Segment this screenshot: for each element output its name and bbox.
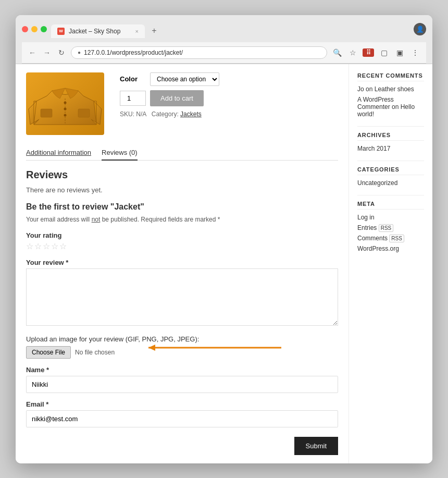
add-to-cart-button[interactable]: Add to cart <box>150 90 204 106</box>
back-button[interactable]: ← <box>27 47 38 58</box>
quantity-input[interactable] <box>120 91 146 106</box>
product-tabs: Additional information Reviews (0) <box>26 145 338 161</box>
sidebar-meta: META Log in Entries RSS Comments RSS Wor… <box>357 201 424 252</box>
tab-close-button[interactable]: × <box>135 28 139 34</box>
comment-2-link[interactable]: A WordPress Commenter <box>357 96 394 111</box>
svg-rect-2 <box>78 109 90 117</box>
category-label: Category: <box>152 111 179 118</box>
review-textarea[interactable] <box>26 268 338 326</box>
comment-1-link[interactable]: Jo <box>357 85 364 93</box>
sidebar-recent-comments: RECENT COMMENTS Jo on Leather shoes A Wo… <box>357 72 424 118</box>
sidebar-archives: ARCHIVES March 2017 <box>357 132 424 152</box>
color-select[interactable]: Choose an option <box>150 72 219 86</box>
divider-2 <box>357 161 424 161</box>
name-input[interactable] <box>26 376 338 393</box>
category-item-1: Uncategorized <box>357 179 424 187</box>
review-text-group: Your review * <box>26 259 338 328</box>
no-reviews-text: There are no reviews yet. <box>26 186 338 194</box>
sku-label: SKU: <box>120 111 134 118</box>
tab-title: Jacket – Sky Shop <box>69 28 120 35</box>
meta-login-link[interactable]: Log in <box>357 214 375 221</box>
upload-label: Upload an image for your review (GIF, PN… <box>26 335 338 343</box>
tab-additional-info[interactable]: Additional information <box>26 145 91 161</box>
lock-icon: ● <box>78 50 81 55</box>
browser-tab[interactable]: W Jacket – Sky Shop × <box>51 24 145 38</box>
bookmark-button[interactable]: ☆ <box>347 47 358 58</box>
profile-icon: 👤 <box>416 26 424 33</box>
screenshots-button[interactable]: ▣ <box>394 47 405 58</box>
svg-point-5 <box>64 114 67 116</box>
forward-button[interactable]: → <box>42 47 52 58</box>
rating-group: Your rating ☆ ☆ ☆ ☆ ☆ <box>26 231 338 251</box>
meta-wordpress-org: WordPress.org <box>357 245 424 252</box>
meta-title: META <box>357 201 424 210</box>
sidebar-categories: CATEGORIES Uncategorized <box>357 166 424 187</box>
archives-title: ARCHIVES <box>357 132 424 141</box>
comment-1-post[interactable]: Leather shoes <box>375 85 414 93</box>
categories-title: CATEGORIES <box>357 166 424 175</box>
reload-button[interactable]: ↻ <box>56 47 67 58</box>
reviews-section: Reviews There are no reviews yet. Be the… <box>26 169 338 455</box>
meta-wordpress-org-link[interactable]: WordPress.org <box>357 245 399 252</box>
extensions-button[interactable]: ⠿ <box>363 48 374 57</box>
profile-button[interactable]: 👤 <box>414 23 426 35</box>
archive-item-1: March 2017 <box>357 145 424 152</box>
star-rating[interactable]: ☆ ☆ ☆ ☆ ☆ <box>26 241 338 251</box>
email-label: Email * <box>26 400 338 408</box>
name-label: Name * <box>26 366 338 374</box>
archive-link-1[interactable]: March 2017 <box>357 145 390 152</box>
star-5[interactable]: ☆ <box>59 241 67 251</box>
review-invite-title: Be the first to review "Jacket" <box>26 202 338 212</box>
category-link-1[interactable]: Uncategorized <box>357 179 397 187</box>
svg-rect-1 <box>41 109 52 117</box>
tab-reviews[interactable]: Reviews (0) <box>102 145 138 161</box>
meta-entries-rss-link[interactable]: Entries RSS <box>357 224 393 231</box>
review-note: Your email address will not be published… <box>26 216 338 223</box>
meta-entries-rss: Entries RSS <box>357 224 424 231</box>
maximize-window-button[interactable] <box>41 26 47 32</box>
email-group: Email * <box>26 400 338 427</box>
star-2[interactable]: ☆ <box>34 241 42 251</box>
sidebar-comment-2: A WordPress Commenter on Hello world! <box>357 96 424 118</box>
choose-file-button[interactable]: Choose File <box>26 346 71 359</box>
sidebar: RECENT COMMENTS Jo on Leather shoes A Wo… <box>349 64 432 463</box>
meta-login: Log in <box>357 214 424 221</box>
star-4[interactable]: ☆ <box>51 241 58 251</box>
name-group: Name * <box>26 366 338 393</box>
tab-favicon: W <box>57 28 65 35</box>
url-text: 127.0.0.1/wordpress/product/jacket/ <box>84 49 183 56</box>
email-input[interactable] <box>26 410 338 427</box>
submit-button[interactable]: Submit <box>294 437 338 455</box>
product-image-container <box>26 72 109 135</box>
category-link[interactable]: Jackets <box>180 111 202 118</box>
divider-1 <box>357 126 424 127</box>
tab-groups-button[interactable]: ▢ <box>378 47 390 58</box>
address-bar[interactable]: ● 127.0.0.1/wordpress/product/jacket/ <box>71 46 327 59</box>
product-meta: SKU: N/A Category: Jackets <box>120 111 219 118</box>
meta-comments-rss: Comments RSS <box>357 235 424 242</box>
upload-row: Choose File No file chosen <box>26 346 338 359</box>
color-label: Color <box>120 75 146 83</box>
upload-section: Upload an image for your review (GIF, PN… <box>26 335 338 359</box>
svg-point-4 <box>64 107 67 110</box>
svg-point-3 <box>64 101 67 104</box>
sidebar-comment-1: Jo on Leather shoes <box>357 85 424 93</box>
product-image <box>26 72 104 135</box>
close-window-button[interactable] <box>22 26 28 32</box>
no-file-text: No file chosen <box>75 349 115 356</box>
sku-value: N/A <box>136 111 146 118</box>
divider-3 <box>357 195 424 195</box>
minimize-window-button[interactable] <box>31 26 38 32</box>
star-1[interactable]: ☆ <box>26 241 33 251</box>
new-tab-button[interactable]: + <box>147 23 161 38</box>
recent-comments-title: RECENT COMMENTS <box>357 72 424 81</box>
rating-label: Your rating <box>26 231 338 239</box>
meta-comments-rss-link[interactable]: Comments RSS <box>357 235 404 242</box>
reviews-title: Reviews <box>26 169 338 181</box>
star-3[interactable]: ☆ <box>43 241 50 251</box>
product-options: Color Choose an option Add to cart SKU: … <box>120 72 219 135</box>
menu-button[interactable]: ⋮ <box>409 47 421 58</box>
review-label: Your review * <box>26 259 338 266</box>
search-button[interactable]: 🔍 <box>331 47 343 58</box>
